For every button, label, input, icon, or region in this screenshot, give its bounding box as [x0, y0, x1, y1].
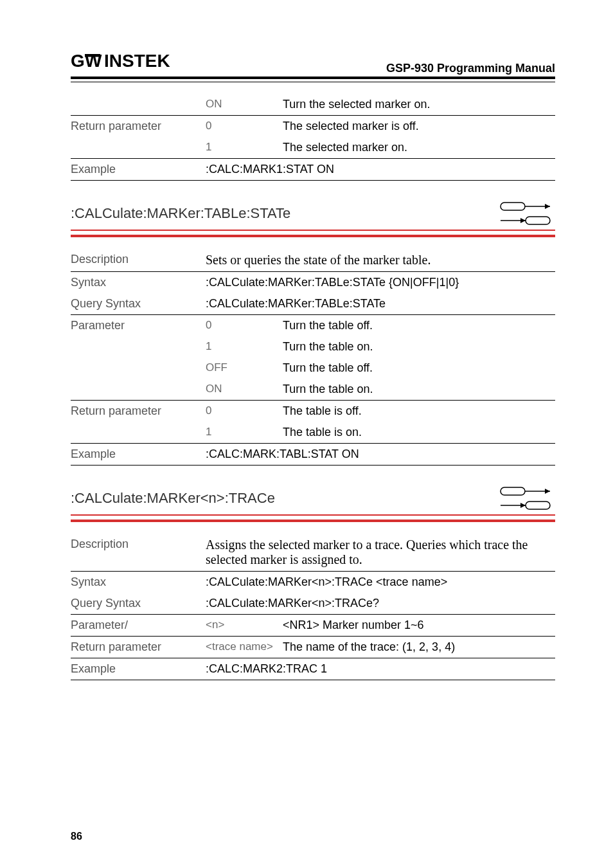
- param-val: Turn the table on.: [283, 379, 555, 401]
- cell-key: ON: [206, 94, 283, 116]
- param-label: Parameter/: [71, 615, 206, 637]
- query-icon: [497, 499, 555, 512]
- cell-label: [71, 94, 206, 116]
- example-label: Example: [71, 159, 206, 181]
- param-key: ON: [206, 379, 283, 401]
- param-key: <n>: [206, 615, 283, 637]
- svg-text:G: G: [71, 51, 84, 71]
- section-underline: [71, 520, 555, 522]
- svg-marker-10: [520, 218, 526, 223]
- cell-val: Turn the selected marker on.: [283, 94, 555, 116]
- sec1-table: Description Sets or queries the state of…: [71, 249, 555, 466]
- query-label: Query Syntax: [71, 293, 206, 315]
- example-val: :CALC:MARK1:STAT ON: [206, 159, 555, 181]
- doc-title: GSP-930 Programming Manual: [386, 62, 555, 75]
- cell-label: [71, 137, 206, 159]
- example-label: Example: [71, 444, 206, 466]
- svg-marker-16: [520, 503, 526, 508]
- svg-marker-8: [545, 204, 550, 209]
- logo-svg: G W INSTEK: [71, 51, 186, 71]
- query-label: Query Syntax: [71, 593, 206, 615]
- cell-key: 0: [206, 116, 283, 138]
- svg-rect-6: [501, 203, 525, 210]
- section-title-2: :CALCulate:MARKer<n>:TRACe: [71, 485, 555, 516]
- param-key: 1: [206, 336, 283, 357]
- section-title-1: :CALCulate:MARKer:TABLe:STATe: [71, 200, 555, 231]
- section-underline: [71, 235, 555, 237]
- query-val: :CALCulate:MARKer:TABLe:STATe: [206, 293, 555, 315]
- svg-rect-17: [526, 502, 550, 509]
- desc-label: Description: [71, 534, 206, 572]
- param-val: Turn the table off.: [283, 315, 555, 337]
- set-query-icons: [497, 200, 555, 227]
- desc-label: Description: [71, 249, 206, 272]
- query-icon: [497, 214, 555, 227]
- cell-key: 1: [206, 137, 283, 159]
- cell-label: Return parameter: [71, 116, 206, 138]
- set-icon: [497, 200, 555, 213]
- section-name: :CALCulate:MARKer:TABLe:STATe: [71, 205, 497, 222]
- param-val: The name of the trace: (1, 2, 3, 4): [283, 637, 555, 658]
- syntax-val: :CALCulate:MARKer:TABLe:STATe {ON|OFF|1|…: [206, 272, 555, 294]
- svg-rect-11: [526, 217, 550, 224]
- page: G W INSTEK GSP-930 Programming Manual ON…: [0, 0, 613, 868]
- sec2-table: Description Assigns the selected marker …: [71, 534, 555, 680]
- syntax-label: Syntax: [71, 272, 206, 294]
- return-key: 0: [206, 401, 283, 422]
- example-val: :CALC:MARK:TABL:STAT ON: [206, 444, 555, 466]
- return-val: The table is on.: [283, 422, 555, 444]
- set-icon: [497, 485, 555, 498]
- brand-logo: G W INSTEK: [71, 51, 186, 75]
- query-val: :CALCulate:MARKer<n>:TRACe?: [206, 593, 555, 615]
- example-label: Example: [71, 658, 206, 680]
- desc-val: Sets or queries the state of the marker …: [206, 249, 555, 272]
- return-key: 1: [206, 422, 283, 444]
- param-label: Parameter: [71, 315, 206, 337]
- syntax-val: :CALCulate:MARKer<n>:TRACe <trace name>: [206, 572, 555, 593]
- section-name: :CALCulate:MARKer<n>:TRACe: [71, 490, 497, 507]
- param-key: OFF: [206, 357, 283, 379]
- desc-val: Assigns the selected marker to a trace. …: [206, 534, 555, 572]
- param-key: 0: [206, 315, 283, 337]
- header-rule: [71, 82, 555, 82]
- param-val: <NR1> Marker number 1~6: [283, 615, 555, 637]
- top-table: ON Turn the selected marker on. Return p…: [71, 94, 555, 181]
- return-val: The table is off.: [283, 401, 555, 422]
- return-label: Return parameter: [71, 401, 206, 422]
- param-val: Turn the table off.: [283, 357, 555, 379]
- syntax-label: Syntax: [71, 572, 206, 593]
- set-query-icons: [497, 485, 555, 512]
- header-row: G W INSTEK GSP-930 Programming Manual: [71, 51, 555, 79]
- example-val: :CALC:MARK2:TRAC 1: [206, 658, 555, 680]
- page-number: 86: [71, 831, 82, 842]
- param-val: Turn the table on.: [283, 336, 555, 357]
- param-key: <trace name>: [206, 637, 283, 658]
- cell-val: The selected marker on.: [283, 137, 555, 159]
- param-label: Return parameter: [71, 637, 206, 658]
- svg-text:INSTEK: INSTEK: [104, 51, 170, 71]
- svg-rect-12: [501, 487, 525, 495]
- cell-val: The selected marker is off.: [283, 116, 555, 138]
- svg-marker-14: [545, 489, 550, 494]
